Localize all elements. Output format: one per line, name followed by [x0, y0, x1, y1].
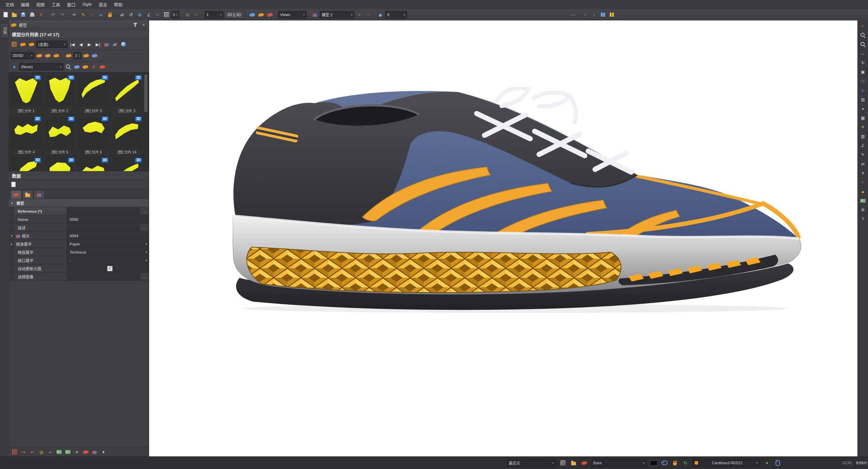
piece-thumbnail[interactable]: 3D [111, 156, 144, 171]
property-value[interactable]: 0094 [67, 232, 149, 240]
stack-piece-icon[interactable] [91, 52, 98, 59]
mirror-view-icon[interactable]: ⇄ [859, 161, 866, 167]
filter-dropdown[interactable]: (None)▾ [19, 63, 63, 71]
property-value[interactable] [67, 207, 140, 215]
material-dropdown[interactable]: Cardboard RED21▾ [692, 459, 760, 467]
remove-model-icon[interactable]: − [364, 11, 372, 18]
copies-spinner[interactable]: 2▴▾ [73, 52, 81, 59]
unfold-piece-icon[interactable] [35, 52, 43, 59]
ellipsis-button[interactable]: … [140, 207, 149, 215]
piece-thumbnail[interactable]: 3D [剪] 分片 5 [44, 115, 76, 155]
rotate-icon[interactable]: ↺ [127, 11, 135, 18]
first-piece-button[interactable]: |◀ [69, 41, 76, 48]
thumbnail-grid-icon[interactable] [11, 41, 18, 48]
render-sphere-icon[interactable] [120, 41, 127, 48]
check-icon[interactable]: ✓ [859, 179, 866, 186]
zoom-in-icon[interactable] [859, 32, 866, 39]
property-value[interactable] [67, 273, 140, 281]
arrow-piece2-icon[interactable]: ↩ [29, 449, 36, 455]
circle-tool-icon[interactable]: ○ [154, 11, 162, 18]
lock-icon[interactable] [106, 11, 114, 18]
select-tool-icon[interactable]: ↖ [859, 22, 866, 29]
add-model-icon[interactable]: + [355, 11, 363, 18]
3d-viewport[interactable] [149, 20, 857, 457]
model-flag-icon[interactable] [311, 11, 319, 18]
property-value[interactable] [67, 224, 140, 231]
piece-thumbnail[interactable]: 3D [剪] 分片 6 [77, 115, 110, 155]
ellipsis-button[interactable]: … [140, 273, 149, 281]
redo-icon[interactable]: ↷ [58, 11, 66, 18]
curve-icon[interactable]: ∼ [192, 11, 200, 18]
cut-icon[interactable]: ✂ [70, 11, 78, 18]
snap-mode-dropdown[interactable]: 最近点▾ [506, 459, 556, 467]
piece-thumbnail[interactable]: 3D [10, 156, 43, 171]
refresh-icon[interactable]: ↻ [682, 459, 689, 467]
active-piece-icon[interactable] [580, 459, 588, 467]
model-dropdown[interactable]: 模型 2▾ [320, 11, 355, 18]
menu-edit[interactable]: 编辑 [17, 0, 33, 9]
flatten-3d-icon[interactable] [28, 41, 35, 48]
texture-icon[interactable]: ▦ [859, 115, 866, 121]
close-icon[interactable]: × [141, 22, 147, 28]
fit-view-icon[interactable]: ▣ [859, 69, 866, 75]
property-group-model[interactable]: ▾ 模型 [9, 199, 149, 207]
menu-language[interactable]: 语言 [95, 0, 111, 9]
piece-thumbnail[interactable]: 3D [剪] 分片 4 [10, 115, 43, 155]
property-value[interactable]: 0095 [67, 215, 149, 223]
measure-icon[interactable]: ∠ [859, 142, 866, 149]
layers-icon[interactable]: ≡ [859, 170, 866, 177]
flip-piece-icon[interactable] [53, 52, 60, 59]
next-piece-button[interactable]: ▶ [86, 41, 93, 48]
more-icon[interactable]: ⋯ [569, 11, 577, 18]
move-up-icon[interactable]: ↑ [581, 11, 589, 18]
menu-tools[interactable]: 工具 [48, 0, 63, 9]
link-pieces-icon[interactable] [103, 41, 110, 48]
warning-icon[interactable]: ▲ [859, 188, 866, 195]
clipboard-icon[interactable] [11, 182, 16, 187]
flatten-2d-icon[interactable] [19, 41, 27, 48]
last-3d-icon[interactable] [248, 11, 256, 18]
annotate-icon[interactable]: ✎ [859, 151, 866, 158]
last-piece-button[interactable]: ▶| [94, 41, 102, 48]
arrow-piece-icon[interactable]: ↪ [20, 449, 27, 455]
piece-thumbnail[interactable]: 3D [44, 156, 76, 171]
property-dropdown[interactable]: -▾ [67, 256, 149, 264]
piece-thumbnail[interactable]: 3D [剪] 分片 3 [77, 74, 110, 114]
flatten-icon[interactable] [257, 11, 265, 18]
thumbnail-scrollbar[interactable] [144, 73, 148, 170]
open-folder-icon[interactable] [10, 11, 18, 18]
count-dropdown[interactable]: 6▾ [385, 11, 407, 18]
ellipsis-button[interactable]: … [140, 224, 149, 231]
previous-piece-button[interactable]: ◀ [77, 41, 85, 48]
front-view-icon[interactable]: □ [859, 78, 866, 85]
mode-2d3d-button[interactable]: 2D || 3D [224, 11, 244, 18]
tab-materials-icon[interactable] [22, 190, 33, 199]
camera-icon[interactable] [859, 197, 866, 204]
image-icon[interactable] [55, 449, 63, 455]
piece-thumbnail[interactable]: 3D [剪] 分片 2 [44, 74, 76, 114]
new-document-icon[interactable] [1, 11, 10, 18]
grid-icon[interactable] [162, 11, 171, 18]
magnet-icon[interactable]: ∩ [88, 11, 96, 18]
compare-pieces-icon[interactable]: ⇄ [111, 41, 119, 48]
property-dropdown[interactable]: Technical▾ [67, 248, 149, 256]
layout-columns-icon[interactable] [599, 11, 607, 18]
views-dropdown[interactable]: Views▾ [278, 11, 307, 18]
delete-filter-icon[interactable]: ✗ [90, 63, 98, 71]
base-layer-dropdown[interactable]: Base▾ [591, 459, 647, 467]
piece-red2-icon[interactable] [82, 449, 89, 455]
settings-icon[interactable]: ⚙ [859, 207, 866, 213]
help-icon[interactable]: ? [859, 216, 866, 223]
delete-icon[interactable]: ✗ [37, 11, 45, 18]
snap-grid-icon[interactable] [559, 459, 567, 467]
menu-view[interactable]: 视图 [33, 0, 48, 9]
menu-help[interactable]: 帮助 [111, 0, 126, 9]
target-icon[interactable]: ◎ [38, 449, 45, 455]
tab-flags-icon[interactable] [34, 190, 45, 199]
move-down-icon[interactable]: ↓ [590, 11, 598, 18]
lock-icon[interactable] [671, 459, 679, 467]
link-icon[interactable]: ∞ [97, 11, 105, 18]
flag2-icon[interactable] [91, 449, 98, 455]
caret-down-icon[interactable]: ▾ [11, 234, 14, 238]
merge-piece-icon[interactable] [65, 52, 72, 59]
